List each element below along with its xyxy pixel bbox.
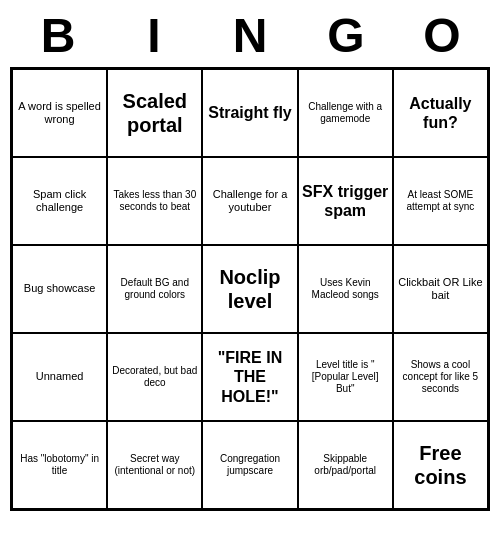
bingo-cell-13[interactable]: Uses Kevin Macleod songs [298,245,393,333]
bingo-grid: A word is spelled wrongScaled portalStra… [10,67,490,511]
bingo-cell-12[interactable]: Noclip level [202,245,297,333]
bingo-cell-3[interactable]: Challenge with a gamemode [298,69,393,157]
bingo-cell-15[interactable]: Unnamed [12,333,107,421]
bingo-cell-19[interactable]: Shows a cool concept for like 5 seconds [393,333,488,421]
bingo-cell-9[interactable]: At least SOME attempt at sync [393,157,488,245]
bingo-cell-8[interactable]: SFX trigger spam [298,157,393,245]
bingo-cell-5[interactable]: Spam click challenge [12,157,107,245]
bingo-cell-24[interactable]: Free coins [393,421,488,509]
bingo-cell-4[interactable]: Actually fun? [393,69,488,157]
bingo-cell-0[interactable]: A word is spelled wrong [12,69,107,157]
bingo-cell-16[interactable]: Decorated, but bad deco [107,333,202,421]
bingo-cell-14[interactable]: Clickbait OR Like bait [393,245,488,333]
bingo-header: B I N G O [10,0,490,67]
letter-b: B [18,8,98,63]
bingo-cell-21[interactable]: Secret way (intentional or not) [107,421,202,509]
bingo-cell-7[interactable]: Challenge for a youtuber [202,157,297,245]
bingo-cell-10[interactable]: Bug showcase [12,245,107,333]
bingo-cell-2[interactable]: Straight fly [202,69,297,157]
bingo-cell-17[interactable]: "FIRE IN THE HOLE!" [202,333,297,421]
bingo-cell-20[interactable]: Has "lobotomy" in title [12,421,107,509]
bingo-cell-22[interactable]: Congregation jumpscare [202,421,297,509]
letter-o: O [402,8,482,63]
letter-g: G [306,8,386,63]
bingo-cell-6[interactable]: Takes less than 30 seconds to beat [107,157,202,245]
bingo-cell-11[interactable]: Default BG and ground colors [107,245,202,333]
letter-i: I [114,8,194,63]
bingo-cell-18[interactable]: Level title is "[Popular Level] But" [298,333,393,421]
bingo-cell-1[interactable]: Scaled portal [107,69,202,157]
letter-n: N [210,8,290,63]
bingo-cell-23[interactable]: Skippable orb/pad/portal [298,421,393,509]
